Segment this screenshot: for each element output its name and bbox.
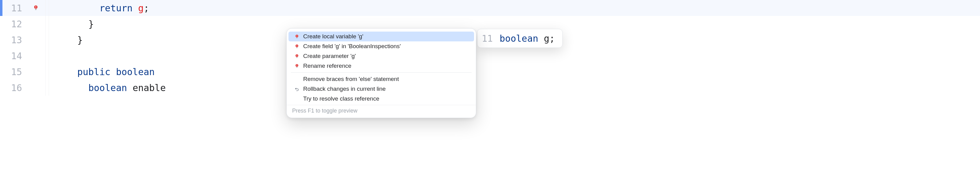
svg-rect-16 [296, 54, 297, 56]
error-bulb-icon [294, 44, 299, 49]
svg-rect-18 [296, 57, 298, 58]
line-14[interactable]: 14 [0, 48, 980, 64]
gutter-separator [45, 64, 49, 80]
preview-code: boolean g; [500, 33, 555, 44]
svg-rect-4 [35, 10, 37, 10]
keyword-boolean: boolean [88, 83, 127, 93]
line-number: 11 [2, 3, 24, 13]
popup-separator [291, 72, 472, 73]
svg-rect-23 [296, 67, 298, 67]
line-16[interactable]: 16 boolean enable [0, 80, 980, 96]
svg-rect-1 [35, 6, 36, 7]
intention-resolve-class-reference[interactable]: Try to resolve class reference [288, 94, 474, 104]
intention-label: Try to resolve class reference [303, 95, 379, 102]
current-line-caret-indicator [0, 0, 2, 16]
code-text[interactable]: } [49, 19, 94, 29]
svg-rect-24 [296, 67, 298, 67]
intention-label: Remove braces from 'else' statement [303, 76, 399, 83]
intention-label: Rollback changes in current line [303, 86, 385, 92]
preview-line-number: 11 [482, 33, 493, 44]
gutter-separator [45, 32, 49, 48]
svg-point-2 [35, 8, 36, 8]
intention-create-field[interactable]: Create field 'g' in 'BooleanInspections' [288, 42, 474, 51]
intention-label: Create local variable 'g' [303, 33, 363, 40]
intention-preview-tooltip: 11 boolean g; [477, 29, 563, 48]
gutter-icon-col [24, 0, 45, 16]
intention-label: Rename reference [303, 62, 351, 69]
error-bulb-icon [294, 34, 299, 39]
unresolved-identifier: g [138, 3, 144, 13]
popup-footer-hint: Press F1 to toggle preview [286, 105, 476, 117]
svg-rect-21 [296, 64, 297, 66]
svg-rect-13 [296, 47, 298, 48]
intention-bulb-error-icon[interactable] [33, 5, 38, 11]
code-text[interactable]: public boolean ) { [49, 67, 321, 77]
line-number: 13 [2, 35, 24, 45]
svg-rect-8 [296, 37, 298, 38]
line-number: 15 [2, 67, 24, 77]
svg-rect-14 [296, 48, 298, 48]
gutter-separator [45, 0, 49, 16]
line-15[interactable]: 15 public boolean ) { [0, 64, 980, 80]
line-number: 14 [2, 51, 24, 61]
intention-actions-popup: Create local variable 'g' Create field '… [286, 28, 476, 118]
intention-label: Create field 'g' in 'BooleanInspections' [303, 43, 401, 50]
line-11[interactable]: 11 return g; [0, 0, 980, 16]
code-text[interactable]: return g; [49, 3, 149, 13]
intention-create-parameter[interactable]: Create parameter 'g' [288, 51, 474, 61]
error-bulb-icon [294, 54, 299, 59]
line-number: 16 [2, 83, 24, 93]
intention-remove-braces[interactable]: Remove braces from 'else' statement [288, 74, 474, 84]
svg-point-22 [296, 66, 297, 66]
svg-rect-3 [35, 9, 37, 9]
keyword-return: return [100, 3, 133, 13]
semicolon: ; [144, 3, 149, 13]
code-text[interactable]: } [49, 35, 83, 45]
intention-rename-reference[interactable]: Rename reference [288, 61, 474, 71]
error-bulb-icon [294, 64, 299, 68]
keyword-boolean: boolean [116, 67, 155, 77]
code-editor[interactable]: 11 return g; 12 } 13 [0, 0, 980, 176]
code-text[interactable]: boolean enable [49, 83, 166, 93]
intention-rollback-changes[interactable]: Rollback changes in current line [288, 84, 474, 94]
undo-icon [294, 87, 299, 91]
svg-rect-6 [296, 35, 297, 36]
svg-rect-11 [296, 45, 297, 46]
svg-point-7 [296, 36, 297, 37]
keyword-public: public [77, 67, 110, 77]
line-number: 12 [2, 19, 24, 29]
gutter-separator [45, 48, 49, 64]
svg-rect-9 [296, 38, 298, 38]
intention-label: Create parameter 'g' [303, 53, 356, 59]
intention-create-local-variable[interactable]: Create local variable 'g' [288, 32, 474, 42]
gutter-separator [45, 80, 49, 96]
gutter-separator [45, 16, 49, 32]
svg-point-12 [296, 46, 297, 46]
svg-point-17 [296, 56, 297, 56]
